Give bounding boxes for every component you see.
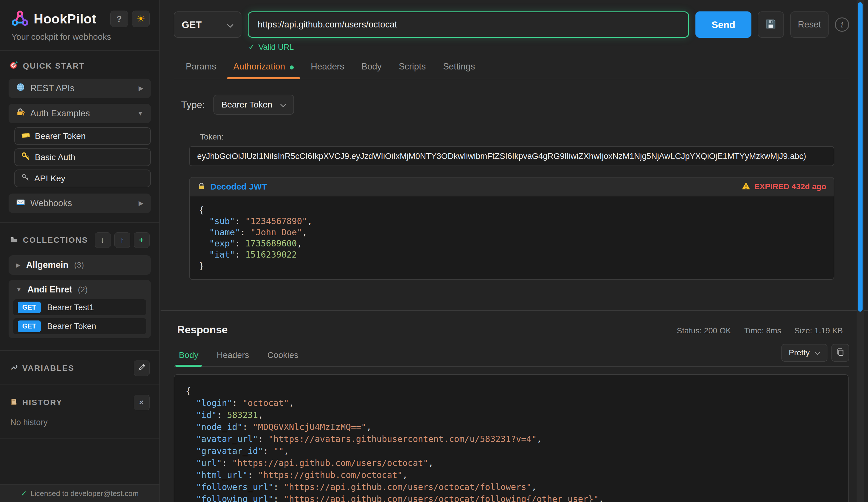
- add-collection-button[interactable]: +: [134, 233, 150, 248]
- method-badge: GET: [18, 301, 41, 313]
- format-select[interactable]: Pretty: [782, 344, 827, 362]
- request-name: Bearer Token: [47, 321, 96, 331]
- response-body[interactable]: { "login": "octocat", "id": 583231, "nod…: [174, 374, 849, 502]
- sidebar-item-webhooks[interactable]: Webhooks ▶: [9, 194, 151, 213]
- sidebar-item-rest-apis[interactable]: REST APIs ▶: [9, 79, 151, 98]
- variables-heading: VARIABLES: [10, 360, 150, 376]
- quick-start-heading: QUICK START: [10, 61, 150, 71]
- clear-history-button[interactable]: ×: [134, 395, 150, 410]
- floppy-icon: [765, 18, 777, 31]
- method-value: GET: [182, 19, 202, 30]
- history-empty-label: No history: [10, 418, 149, 427]
- section-divider: [161, 310, 868, 311]
- variables-section: VARIABLES: [0, 351, 159, 385]
- copy-icon: [835, 347, 845, 358]
- export-collection-button[interactable]: ↑: [114, 233, 130, 248]
- response-tab-body[interactable]: Body: [174, 346, 204, 366]
- check-icon: ✓: [248, 42, 255, 52]
- collection-group-allgemein[interactable]: ▶ Allgemein (3): [9, 255, 151, 275]
- sidebar-item-label: REST APIs: [30, 83, 74, 93]
- token-block: Token: eyJhbGciOiJIUzI1NiIsInR5cCI6IkpXV…: [189, 132, 834, 280]
- sidebar-item-basic-auth[interactable]: Basic Auth: [14, 148, 151, 166]
- history-heading: HISTORY ×: [10, 395, 150, 410]
- collection-name: Andi Ehret: [28, 285, 72, 295]
- lock-key-icon: [16, 108, 25, 119]
- sidebar-item-label: Auth Examples: [30, 108, 90, 119]
- decoded-jwt-header: Decoded JWT EXPIRED 432d ago: [190, 177, 834, 196]
- arrow-up-icon: ↑: [120, 236, 125, 245]
- check-icon: ✓: [21, 489, 27, 498]
- chevron-down-icon: ▼: [16, 286, 22, 293]
- chevron-right-icon: ▶: [138, 199, 143, 207]
- license-footer: ✓ Licensed to developer@test.com: [0, 484, 159, 502]
- response-tab-cookies[interactable]: Cookies: [262, 346, 303, 366]
- response-tabs: Body Headers Cookies Pretty: [174, 344, 849, 367]
- copy-response-button[interactable]: [831, 344, 849, 362]
- sidebar-item-bearer-token[interactable]: Bearer Token: [14, 127, 151, 145]
- url-input[interactable]: https://api.github.com/users/octocat: [248, 11, 689, 38]
- sidebar-item-label: API Key: [34, 174, 65, 183]
- tab-scripts[interactable]: Scripts: [390, 61, 435, 79]
- chevron-down-icon: [815, 348, 820, 357]
- tab-headers[interactable]: Headers: [302, 61, 353, 79]
- request-name: Bearer Test1: [47, 303, 94, 312]
- collection-count: (2): [78, 285, 88, 294]
- response-status: Status: 200 OK: [677, 326, 731, 335]
- app-logo-icon: [11, 10, 29, 28]
- collection-name: Allgemein: [26, 260, 68, 270]
- sidebar-item-api-key[interactable]: API Key: [14, 170, 151, 187]
- edit-variables-button[interactable]: [134, 360, 150, 376]
- target-icon: [10, 61, 18, 71]
- save-button[interactable]: [758, 11, 784, 38]
- collections-heading: COLLECTIONS ↓ ↑ +: [10, 233, 150, 248]
- url-validation-status: ✓ Valid URL: [248, 42, 868, 52]
- tab-params[interactable]: Params: [177, 61, 225, 79]
- close-icon: ×: [139, 398, 145, 407]
- decoded-jwt-payload: { "sub": "1234567890", "name": "John Doe…: [190, 196, 834, 279]
- tab-authorization[interactable]: Authorization: [225, 61, 302, 79]
- response-tab-headers[interactable]: Headers: [211, 346, 254, 366]
- app-tagline: Your cockpit for webhooks: [11, 32, 150, 42]
- import-collection-button[interactable]: ↓: [95, 233, 111, 248]
- request-tabs: Params Authorization Headers Body Script…: [174, 61, 849, 79]
- response-size: Size: 1.19 KB: [794, 326, 843, 335]
- auth-type-select[interactable]: Bearer Token: [214, 95, 294, 115]
- globe-icon: [16, 83, 25, 94]
- request-item-bearer-token[interactable]: GET Bearer Token: [13, 318, 146, 334]
- collections-section: COLLECTIONS ↓ ↑ + ▶ Allgemein (3) ▼ Andi…: [0, 223, 159, 351]
- collection-group-andi-ehret: ▼ Andi Ehret (2) GET Bearer Test1 GET Be…: [9, 280, 151, 338]
- envelope-icon: [16, 197, 25, 209]
- collection-group-header[interactable]: ▼ Andi Ehret (2): [9, 280, 151, 299]
- theme-toggle-button[interactable]: ☀: [132, 11, 150, 27]
- chevron-right-icon: ▶: [16, 262, 20, 268]
- tab-body[interactable]: Body: [353, 61, 390, 79]
- card-index-icon: [10, 235, 18, 246]
- app-title: HookPilot: [34, 11, 96, 27]
- auth-type-row: Type: Bearer Token: [181, 95, 868, 115]
- auth-type-label: Type:: [181, 99, 205, 110]
- sidebar-item-label: Webhooks: [30, 198, 72, 208]
- response-title: Response: [177, 324, 228, 336]
- reset-button[interactable]: Reset: [790, 11, 829, 38]
- request-item-bearer-test1[interactable]: GET Bearer Test1: [13, 299, 146, 315]
- token-input[interactable]: eyJhbGciOiJIUzI1NiIsInR5cCI6IkpXVCJ9.eyJ…: [189, 146, 834, 166]
- method-badge: GET: [18, 320, 41, 332]
- response-time: Time: 8ms: [744, 326, 782, 335]
- auth-configured-dot: [290, 65, 294, 70]
- plus-icon: +: [139, 236, 145, 245]
- info-icon[interactable]: i: [835, 18, 849, 32]
- method-select[interactable]: GET: [174, 11, 241, 38]
- decoded-jwt-title: Decoded JWT: [210, 182, 267, 192]
- request-bar: GET https://api.github.com/users/octocat…: [174, 11, 849, 38]
- pencil-icon: [137, 363, 146, 373]
- arrow-down-icon: ↓: [101, 236, 105, 245]
- send-button[interactable]: Send: [695, 11, 752, 38]
- help-button[interactable]: ?: [110, 11, 128, 27]
- sidebar-header: HookPilot ? ☀ Your cockpit for webhooks: [0, 0, 159, 51]
- chevron-down-icon: [280, 100, 286, 110]
- chevron-down-icon: ▼: [137, 110, 143, 117]
- sidebar-item-auth-examples[interactable]: Auth Examples ▼: [9, 104, 151, 123]
- scrollbar-thumb[interactable]: [858, 2, 862, 311]
- collection-count: (3): [74, 260, 84, 269]
- tab-settings[interactable]: Settings: [434, 61, 484, 79]
